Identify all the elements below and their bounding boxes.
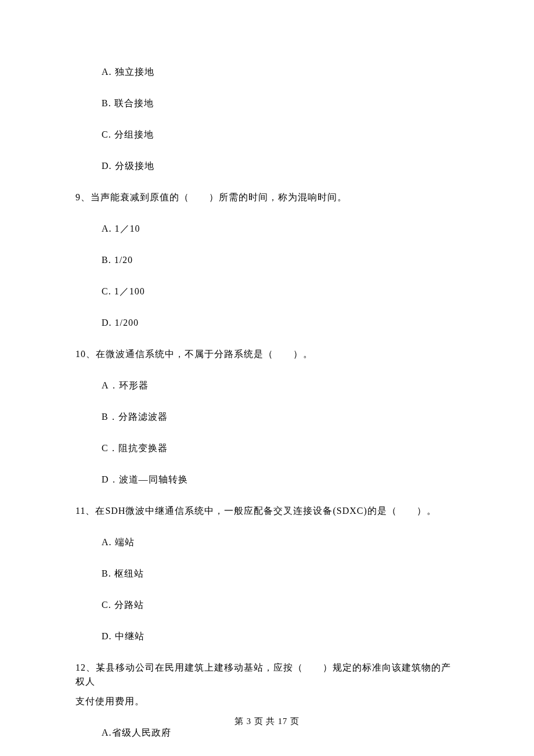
q11-stem: 11、在SDH微波中继通信系统中，一般应配备交叉连接设备(SDXC)的是（ ）。: [75, 504, 459, 518]
q10-stem: 10、在微波通信系统中，不属于分路系统是（ ）。: [75, 347, 459, 361]
q11-option-b: B. 枢纽站: [75, 567, 459, 581]
q10-option-b: B．分路滤波器: [75, 410, 459, 424]
q8-option-b: B. 联合接地: [75, 96, 459, 110]
q11-option-a: A. 端站: [75, 535, 459, 549]
q10-option-d: D．波道—同轴转换: [75, 473, 459, 487]
q12-stem-line2: 支付使用费用。: [75, 694, 459, 708]
q9-stem: 9、当声能衰减到原值的（ ）所需的时间，称为混响时间。: [75, 190, 459, 204]
q12-stem-line1: 12、某县移动公司在民用建筑上建移动基站，应按（ ）规定的标准向该建筑物的产权人: [75, 661, 459, 689]
q10-option-a: A．环形器: [75, 379, 459, 393]
q9-option-b: B. 1/20: [75, 253, 459, 267]
q9-option-a: A. 1／10: [75, 222, 459, 236]
q9-option-d: D. 1/200: [75, 316, 459, 330]
q11-option-c: C. 分路站: [75, 598, 459, 612]
page-footer: 第 3 页 共 17 页: [0, 715, 534, 728]
q10-option-c: C．阻抗变换器: [75, 441, 459, 455]
q8-option-d: D. 分级接地: [75, 159, 459, 173]
q11-option-d: D. 中继站: [75, 629, 459, 643]
q9-option-c: C. 1／100: [75, 285, 459, 298]
document-page: A. 独立接地 B. 联合接地 C. 分组接地 D. 分级接地 9、当声能衰减到…: [0, 0, 534, 756]
q8-option-c: C. 分组接地: [75, 128, 459, 142]
q8-option-a: A. 独立接地: [75, 65, 459, 79]
